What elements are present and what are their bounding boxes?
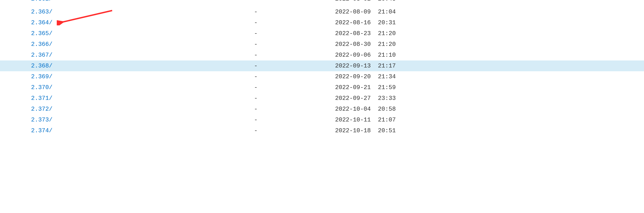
date-column: 2022-09-13 21:17 — [335, 63, 644, 69]
listing-row: 2.372/-2022-10-04 20:58 — [0, 104, 644, 114]
directory-link[interactable]: 2.371/ — [31, 95, 52, 102]
size-column: - — [254, 117, 335, 123]
name-column: 2.370/ — [31, 84, 254, 91]
directory-link[interactable]: 2.370/ — [31, 84, 52, 91]
size-column: - — [254, 30, 335, 37]
directory-link[interactable]: 2.368/ — [31, 63, 52, 69]
size-column: - — [254, 9, 335, 15]
size-column: - — [254, 63, 335, 69]
name-column: 2.362/ — [31, 0, 254, 2]
date-column: 2022-08-23 21:20 — [335, 30, 644, 37]
name-column: 2.368/ — [31, 63, 254, 69]
listing-row: 2.363/-2022-08-09 21:04 — [0, 6, 644, 17]
directory-link[interactable]: 2.374/ — [31, 127, 52, 134]
directory-link[interactable]: 2.372/ — [31, 106, 52, 113]
date-column: 2022-08-02 20:48 — [335, 0, 644, 2]
listing-row: 2.366/-2022-08-30 21:20 — [0, 39, 644, 50]
size-column: - — [254, 19, 335, 26]
listing-row: 2.364/-2022-08-16 20:31 — [0, 17, 644, 28]
name-column: 2.365/ — [31, 30, 254, 37]
listing-row: 2.367/-2022-09-06 21:10 — [0, 50, 644, 60]
name-column: 2.373/ — [31, 117, 254, 123]
size-column: - — [254, 127, 335, 134]
name-column: 2.369/ — [31, 73, 254, 80]
size-column: - — [254, 84, 335, 91]
size-column: - — [254, 95, 335, 102]
date-column: 2022-08-09 21:04 — [335, 9, 644, 15]
listing-row: 2.369/-2022-09-20 21:34 — [0, 71, 644, 82]
directory-link[interactable]: 2.369/ — [31, 73, 52, 80]
listing-row: 2.365/-2022-08-23 21:20 — [0, 28, 644, 39]
listing-row: 2.371/-2022-09-27 23:33 — [0, 93, 644, 104]
name-column: 2.363/ — [31, 9, 254, 15]
date-column: 2022-09-21 21:59 — [335, 84, 644, 91]
directory-link[interactable]: 2.362/ — [31, 0, 52, 2]
listing-row: 2.374/-2022-10-18 20:51 — [0, 125, 644, 136]
name-column: 2.367/ — [31, 52, 254, 59]
listing-row: 2.368/-2022-09-13 21:17 — [0, 60, 644, 71]
date-column: 2022-09-27 23:33 — [335, 95, 644, 102]
name-column: 2.366/ — [31, 41, 254, 48]
name-column: 2.371/ — [31, 95, 254, 102]
directory-link[interactable]: 2.373/ — [31, 117, 52, 123]
date-column: 2022-10-11 21:07 — [335, 117, 644, 123]
directory-link[interactable]: 2.364/ — [31, 19, 52, 26]
size-column: - — [254, 0, 335, 2]
date-column: 2022-10-04 20:58 — [335, 106, 644, 113]
date-column: 2022-09-20 21:34 — [335, 73, 644, 80]
date-column: 2022-08-30 21:20 — [335, 41, 644, 48]
size-column: - — [254, 41, 335, 48]
name-column: 2.364/ — [31, 19, 254, 26]
directory-link[interactable]: 2.366/ — [31, 41, 52, 48]
name-column: 2.372/ — [31, 106, 254, 113]
date-column: 2022-08-16 20:31 — [335, 19, 644, 26]
listing-row: 2.373/-2022-10-11 21:07 — [0, 114, 644, 125]
directory-link[interactable]: 2.367/ — [31, 52, 52, 59]
directory-link[interactable]: 2.365/ — [31, 30, 52, 37]
listing-row: 2.370/-2022-09-21 21:59 — [0, 82, 644, 93]
date-column: 2022-09-06 21:10 — [335, 52, 644, 59]
size-column: - — [254, 106, 335, 113]
listing-row: 2.362/-2022-08-02 20:48 — [0, 0, 644, 6]
name-column: 2.374/ — [31, 127, 254, 134]
directory-link[interactable]: 2.363/ — [31, 9, 52, 15]
date-column: 2022-10-18 20:51 — [335, 127, 644, 134]
directory-listing: 2.362/-2022-08-02 20:482.363/-2022-08-09… — [0, 0, 644, 136]
size-column: - — [254, 52, 335, 59]
size-column: - — [254, 73, 335, 80]
